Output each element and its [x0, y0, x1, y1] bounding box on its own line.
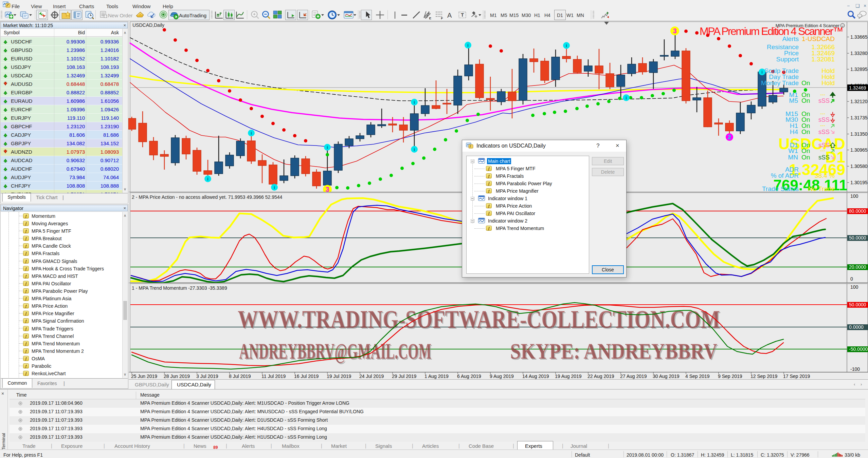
svg-text:1.33665: 1.33665	[850, 34, 868, 40]
svg-text:M5: M5	[789, 97, 798, 104]
svg-text:---: ---	[820, 111, 825, 116]
svg-text:---: ---	[820, 122, 825, 128]
svg-text:19 Aug 2019: 19 Aug 2019	[555, 374, 582, 379]
svg-text:3 Jul 2019: 3 Jul 2019	[196, 374, 218, 379]
svg-text:0: 0	[850, 276, 853, 282]
svg-text:sSS: sSS	[818, 154, 830, 161]
svg-text:On: On	[801, 128, 810, 135]
svg-text:9 Sep 2019: 9 Sep 2019	[718, 374, 742, 379]
svg-text:1 - MPA Trend Momentum -27.330: 1 - MPA Trend Momentum -27.3303 -35.3389	[132, 285, 227, 291]
svg-text:Hold: Hold	[821, 79, 835, 87]
svg-text:i: i	[327, 145, 328, 150]
svg-text:25 Jun 2019: 25 Jun 2019	[131, 374, 157, 379]
svg-text:Trade Status: Trade Status	[762, 185, 799, 192]
svg-text:MN: MN	[788, 154, 798, 161]
svg-text:i: i	[566, 43, 567, 48]
svg-text:On: On	[801, 147, 810, 154]
svg-text:80.0000: 80.0000	[849, 208, 866, 214]
svg-text:ANDREYBBRV@GMAIL.COM: ANDREYBBRV@GMAIL.COM	[239, 339, 431, 363]
svg-text:SKYPE: ANDREYBBRV: SKYPE: ANDREYBBRV	[510, 339, 717, 363]
svg-text:On: On	[801, 97, 810, 104]
svg-text:1.32469: 1.32469	[849, 85, 866, 91]
svg-text:W1: W1	[789, 147, 798, 154]
svg-text:-50.0000: -50.0000	[849, 346, 868, 352]
svg-text:i: i	[414, 100, 415, 105]
svg-text:27 Aug 2019: 27 Aug 2019	[620, 374, 647, 379]
svg-text:24 Jul 2019: 24 Jul 2019	[359, 374, 384, 379]
svg-text:14 Aug 2019: 14 Aug 2019	[522, 374, 549, 379]
svg-text:1.30965: 1.30965	[850, 147, 868, 153]
svg-text:3: 3	[673, 27, 676, 35]
svg-text:% of ADR: % of ADR	[771, 172, 799, 179]
svg-text:22 Aug 2019: 22 Aug 2019	[587, 374, 614, 379]
svg-text:0.0000: 0.0000	[849, 324, 864, 330]
svg-text:---: ---	[820, 148, 825, 153]
svg-text:On: On	[801, 79, 810, 87]
svg-text:i: i	[251, 131, 252, 136]
svg-text:i: i	[761, 70, 763, 75]
svg-text:---: ---	[820, 92, 825, 97]
svg-text:50.0000: 50.0000	[849, 235, 866, 241]
svg-text:2 - MPA Price Action - no acce: 2 - MPA Price Action - no access allowed…	[132, 194, 283, 200]
svg-text:Alerts: Alerts	[782, 35, 799, 42]
svg-text:i: i	[626, 95, 627, 100]
svg-text:sSS: sSS	[818, 129, 830, 135]
svg-text:38.4 %: 38.4 %	[815, 172, 835, 179]
svg-text:2: 2	[728, 134, 731, 140]
svg-text:1.32081: 1.32081	[811, 56, 835, 63]
svg-text:Support: Support	[776, 56, 799, 63]
svg-text:20.0000: 20.0000	[849, 264, 866, 270]
svg-text:17 Sep 2019: 17 Sep 2019	[783, 374, 810, 379]
svg-text:i: i	[207, 176, 209, 182]
svg-text:sSS: sSS	[818, 97, 830, 104]
svg-text:4 Sep 2019: 4 Sep 2019	[685, 374, 710, 379]
svg-text:1.32120: 1.32120	[850, 99, 868, 104]
svg-text:19 Jul 2019: 19 Jul 2019	[327, 374, 351, 379]
svg-text:1.31735: 1.31735	[850, 115, 868, 120]
svg-text:1.33280: 1.33280	[850, 51, 868, 56]
svg-text:100: 100	[850, 193, 858, 199]
svg-text:WWW.TRADING-SOFTWARE-COLLECTIO: WWW.TRADING-SOFTWARE-COLLECTION.COM	[238, 305, 720, 333]
svg-text:1.31350: 1.31350	[850, 131, 868, 137]
svg-text:50.0000: 50.0000	[849, 302, 866, 307]
svg-text:8 Jul 2019: 8 Jul 2019	[229, 374, 251, 379]
svg-text:11 Jul 2019: 11 Jul 2019	[261, 374, 286, 379]
svg-text:H4: H4	[790, 128, 798, 135]
svg-text:1-USDCAD: 1-USDCAD	[802, 35, 835, 42]
svg-text:100: 100	[850, 284, 858, 290]
svg-text:12 Sep 2019: 12 Sep 2019	[751, 374, 778, 379]
svg-text:sSS: sSS	[818, 116, 830, 123]
svg-text:No Trade: No Trade	[808, 185, 835, 192]
svg-text:30 Aug 2019: 30 Aug 2019	[653, 374, 680, 379]
svg-text:i: i	[467, 43, 469, 48]
svg-text:1.30580: 1.30580	[850, 164, 868, 169]
svg-text:16 Jul 2019: 16 Jul 2019	[294, 374, 319, 379]
svg-text:1.30195: 1.30195	[850, 180, 868, 185]
svg-text:i: i	[414, 147, 415, 152]
svg-text:29 Jul 2019: 29 Jul 2019	[392, 374, 417, 379]
svg-text:6 Aug 2019: 6 Aug 2019	[457, 374, 481, 379]
svg-text:1 Aug 2019: 1 Aug 2019	[424, 374, 449, 379]
svg-text:28 Jun 2019: 28 Jun 2019	[164, 374, 190, 379]
svg-text:i: i	[274, 185, 275, 190]
svg-text:-100: -100	[850, 366, 860, 372]
svg-text:Money Trade: Money Trade	[761, 79, 799, 87]
svg-text:On: On	[801, 154, 810, 161]
svg-text:9 Aug 2019: 9 Aug 2019	[490, 374, 514, 379]
svg-text:1.32895: 1.32895	[850, 66, 868, 72]
svg-text:USDCAD,Daily: USDCAD,Daily	[132, 22, 164, 28]
